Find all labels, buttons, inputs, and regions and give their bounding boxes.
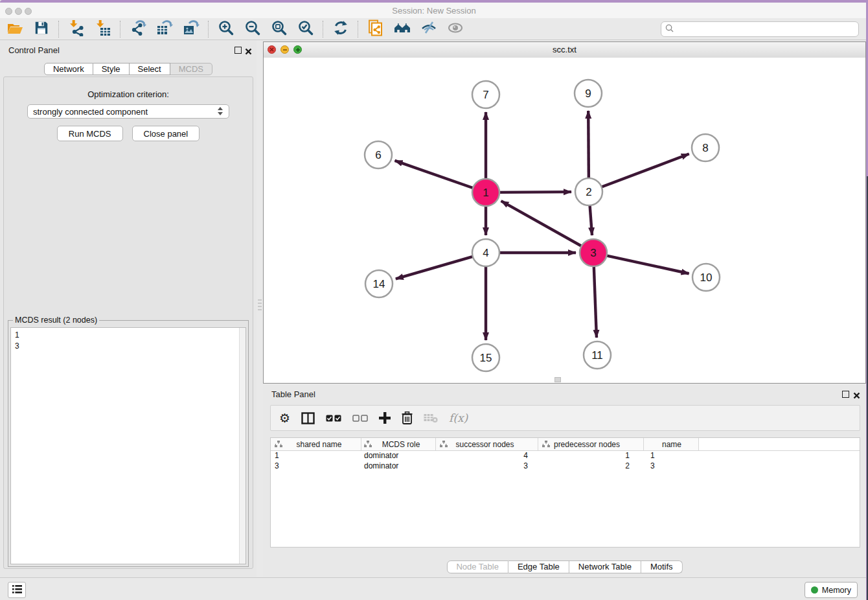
column-header-shared-name[interactable]: shared name <box>271 438 361 450</box>
graph-node-label: 11 <box>591 349 603 362</box>
export-table-button[interactable] <box>155 19 174 39</box>
show-graphics-details-button[interactable] <box>419 19 439 39</box>
export-network-button[interactable] <box>128 19 148 39</box>
canvas-resize-grip[interactable] <box>554 377 561 382</box>
run-mcds-button[interactable]: Run MCDS <box>57 126 123 141</box>
zoom-out-icon <box>244 19 261 39</box>
control-panel: Control Panel Network Style Select MCDS … <box>0 41 257 577</box>
mcds-result-item: 3 <box>15 341 246 352</box>
graph-node-label: 6 <box>375 149 381 161</box>
refresh-button[interactable] <box>331 19 350 39</box>
graph-edge-2-3[interactable] <box>589 204 592 235</box>
column-type-icon <box>275 439 282 450</box>
table-row[interactable]: 1 dominator 4 1 1 <box>271 451 860 461</box>
window-titlebar: Session: New Session <box>0 3 868 18</box>
graph-node-label: 7 <box>483 89 488 101</box>
graph-node-label: 2 <box>586 186 591 198</box>
mcds-result-list[interactable]: 1 3 <box>10 327 246 564</box>
column-type-icon <box>364 439 372 450</box>
node-table: shared name MCDS role successor nodes pr… <box>270 437 860 548</box>
column-header-mcds-role[interactable]: MCDS role <box>361 438 436 450</box>
graph-edge-4-14[interactable] <box>396 256 474 279</box>
result-scrollbar[interactable] <box>239 328 246 564</box>
cell-shared-name: 3 <box>271 461 361 472</box>
tab-mcds[interactable]: MCDS <box>170 63 212 75</box>
graph-edge-3-11[interactable] <box>594 265 597 338</box>
zoom-out-button[interactable] <box>243 19 262 39</box>
cell-mcds-role: dominator <box>361 451 436 461</box>
graph-edge-2-8[interactable] <box>600 154 689 188</box>
search-input[interactable] <box>674 25 854 34</box>
task-history-button[interactable] <box>8 582 26 598</box>
delete-column-button[interactable] <box>402 411 413 424</box>
add-column-button[interactable] <box>379 412 391 424</box>
memory-status-icon <box>811 586 818 594</box>
export-image-icon <box>183 19 200 39</box>
graph-node-label: 10 <box>700 271 713 284</box>
tab-network[interactable]: Network <box>44 63 93 75</box>
close-panel-icon[interactable] <box>245 46 252 53</box>
export-table-icon <box>156 19 173 39</box>
hide-graphics-details-button[interactable] <box>446 19 465 39</box>
graph-edge-2-9[interactable] <box>588 111 589 179</box>
graph-edge-1-2[interactable] <box>498 192 571 192</box>
table-toolbar: ⚙ f(x) <box>270 405 860 431</box>
float-panel-icon[interactable] <box>842 391 849 398</box>
tab-select[interactable]: Select <box>130 63 170 75</box>
zoom-fit-icon <box>271 19 288 39</box>
tab-edge-table[interactable]: Edge Table <box>508 560 569 573</box>
import-network-button[interactable] <box>67 19 86 39</box>
graph-node-label: 1 <box>483 187 488 199</box>
clone-network-icon <box>367 19 384 39</box>
delete-table-button[interactable] <box>424 413 438 423</box>
cell-successor-nodes: 4 <box>436 451 538 461</box>
tab-motifs[interactable]: Motifs <box>641 560 683 573</box>
zoom-in-button[interactable] <box>216 19 236 39</box>
network-canvas[interactable]: 1234678910111415 <box>264 58 865 383</box>
select-all-button[interactable] <box>326 415 341 422</box>
column-header-predecessor-nodes[interactable]: predecessor nodes <box>538 438 644 450</box>
export-image-button[interactable] <box>181 19 201 39</box>
first-neighbors-button[interactable] <box>393 19 412 39</box>
choose-columns-button[interactable] <box>301 412 315 424</box>
function-builder-button[interactable]: f(x) <box>449 411 468 424</box>
import-table-button[interactable] <box>93 19 113 39</box>
zoom-selected-button[interactable] <box>296 19 315 39</box>
save-session-button[interactable] <box>32 19 51 39</box>
network-graph[interactable]: 1234678910111415 <box>264 58 865 383</box>
table-row[interactable]: 3 dominator 3 2 3 <box>271 461 860 472</box>
graph-edge-3-10[interactable] <box>606 255 689 273</box>
control-panel-tabs: Network Style Select MCDS <box>0 63 257 75</box>
cell-mcds-role: dominator <box>361 461 436 472</box>
zoom-fit-button[interactable] <box>269 19 289 39</box>
open-file-button[interactable] <box>5 19 25 39</box>
window-title: Session: New Session <box>0 6 868 16</box>
import-table-icon <box>95 19 111 39</box>
tab-node-table[interactable]: Node Table <box>446 560 508 573</box>
column-header-name[interactable]: name <box>644 438 699 450</box>
network-window-titlebar[interactable]: scc.txt <box>264 42 865 58</box>
tab-style[interactable]: Style <box>93 63 130 75</box>
save-floppy-icon <box>34 20 49 38</box>
list-icon <box>12 584 22 596</box>
import-network-icon <box>68 19 85 39</box>
close-panel-button[interactable]: Close panel <box>132 126 200 141</box>
export-network-icon <box>130 19 146 39</box>
selected-criterion: strongly connected component <box>33 107 148 117</box>
float-panel-icon[interactable] <box>234 47 242 54</box>
table-settings-button[interactable]: ⚙ <box>279 411 290 426</box>
column-header-successor-nodes[interactable]: successor nodes <box>436 438 538 450</box>
graph-node-label: 4 <box>483 247 488 259</box>
table-panel-title: Table Panel <box>271 389 315 399</box>
clone-network-button[interactable] <box>366 19 385 39</box>
tab-network-table[interactable]: Network Table <box>569 560 641 573</box>
graph-edge-1-6[interactable] <box>394 161 474 189</box>
memory-button[interactable]: Memory <box>805 582 858 598</box>
chevron-updown-icon <box>218 107 223 115</box>
panel-splitter-handle[interactable] <box>258 299 262 311</box>
close-panel-icon[interactable] <box>853 390 860 397</box>
optimization-criterion-select[interactable]: strongly connected component <box>27 104 229 119</box>
zoom-selected-icon <box>297 19 314 39</box>
graph-edge-3-1[interactable] <box>501 201 583 247</box>
deselect-all-button[interactable] <box>352 415 368 422</box>
